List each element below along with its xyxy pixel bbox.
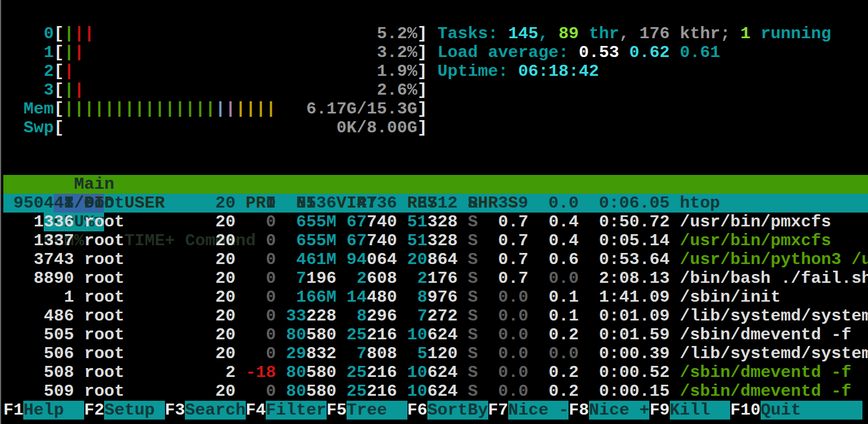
text-segment: /lib/systemd/system xyxy=(670,344,868,363)
text-segment: /usr/bin/pmxcfs xyxy=(670,213,831,231)
memory-meter: Mem[||||||||||||||||||||| 6.17G/15.3G] xyxy=(3,100,868,118)
text-segment: /bin/bash ./fail.sh xyxy=(670,269,868,288)
text-segment xyxy=(670,231,680,250)
text-segment: 8 xyxy=(337,307,367,325)
text-segment: 808 xyxy=(367,344,397,363)
text-segment: 216 xyxy=(367,382,397,401)
fkey-f9-label[interactable]: Kill xyxy=(670,401,730,420)
process-row-508[interactable]: 508 root 2 -18 80580 25216 10624 S 0.0 0… xyxy=(3,363,868,382)
fkey-f8-key[interactable]: F8 xyxy=(569,401,588,420)
fkey-f6-key[interactable]: F6 xyxy=(407,401,427,420)
cpu0-bars: || xyxy=(74,24,94,43)
text-segment: /sbin/dmeventd -f xyxy=(670,325,851,344)
fkey-f2-key[interactable]: F2 xyxy=(84,401,104,420)
fkey-f9-key[interactable]: F9 xyxy=(649,401,669,420)
text-segment: 328 xyxy=(427,231,458,250)
text-segment: 0.0 xyxy=(478,363,528,382)
text-segment: 0.2 xyxy=(528,382,578,401)
text-segment: 608 xyxy=(367,269,397,288)
text-segment: 176 xyxy=(427,269,458,288)
fkey-f10-key[interactable]: F10 xyxy=(730,401,761,420)
text-segment: 0.7 xyxy=(478,250,528,269)
table-header[interactable]: PID USER PRI NI VIRT RES SHR S CPU%▽ MEM… xyxy=(3,175,868,194)
text-segment: 67 xyxy=(337,213,367,231)
text-segment: ] xyxy=(417,81,427,100)
text-segment: ] xyxy=(417,24,427,43)
fkey-f1-key[interactable]: F1 xyxy=(3,401,23,420)
fkey-f6-label[interactable]: SortBy xyxy=(427,401,488,420)
process-row-3743[interactable]: 3743 root 20 0 461M 94064 20864 S 0.7 0.… xyxy=(3,250,868,269)
text-segment: 8 xyxy=(397,288,427,307)
text-segment: 506 root 20 xyxy=(3,344,235,363)
text-segment: [ xyxy=(54,81,64,100)
text-segment: 29 xyxy=(276,344,306,363)
text-segment: 14 xyxy=(337,288,367,307)
fkey-f5-label[interactable]: Tree xyxy=(347,401,407,420)
text-segment: 505 root 20 xyxy=(3,325,235,344)
text-segment: 216 xyxy=(367,363,397,382)
text-segment: /lib/systemd/system xyxy=(670,307,868,325)
text-segment: 296 xyxy=(367,307,397,325)
text-segment: 10 xyxy=(397,325,427,344)
text-segment: 0.4 xyxy=(528,213,578,231)
tab-main[interactable]: Main xyxy=(64,175,124,194)
mem-cache-bars: |||| xyxy=(236,100,276,118)
process-row-486[interactable]: 486 root 20 0 33228 8296 7272 S 0.0 0.1 … xyxy=(3,307,868,325)
fkey-f3-label[interactable]: Search xyxy=(185,401,245,420)
text-segment: 0:01.59 xyxy=(579,325,670,344)
text-segment: 0.0 xyxy=(478,382,528,401)
text-segment: 0.0 xyxy=(478,307,528,325)
text-segment: 0 xyxy=(235,250,276,269)
process-row-505[interactable]: 505 root 20 0 80580 25216 10624 S 0.0 0.… xyxy=(3,325,868,344)
fkey-f7-key[interactable]: F7 xyxy=(488,401,508,420)
fkey-f2-label[interactable]: Setup xyxy=(104,401,164,420)
text-segment xyxy=(619,43,629,62)
process-row-1337[interactable]: 1337 root 20 0 655M 67740 51328 S 0.7 0.… xyxy=(3,231,868,250)
cpu3-bars: | xyxy=(74,81,84,100)
process-row-509[interactable]: 509 root 20 0 80580 25216 10624 S 0.0 0.… xyxy=(3,382,868,401)
process-row-950448[interactable]: 950448 root 20 0 8536 4736 3712 R 3.9 0.… xyxy=(3,194,868,213)
mem-value: 6.17G/15.3G xyxy=(276,100,417,118)
task-count: 145 xyxy=(508,24,539,43)
process-row-506[interactable]: 506 root 20 0 29832 7808 5120 S 0.0 0.0 … xyxy=(3,344,868,363)
text-segment: 272 xyxy=(427,307,458,325)
text-segment: [ xyxy=(54,62,64,81)
text-segment: -18 xyxy=(235,363,276,382)
text-segment: ] xyxy=(417,43,427,62)
fkey-f8-label[interactable]: Nice + xyxy=(589,401,649,420)
fkey-f3-key[interactable]: F3 xyxy=(165,401,185,420)
fkey-f7-label[interactable]: Nice - xyxy=(508,401,569,420)
text-segment: S xyxy=(458,288,478,307)
summary-panel: Tasks: 145, 89 thr, 176 kthr; 1 runningL… xyxy=(437,24,831,81)
process-row-8890[interactable]: 8890 root 20 0 7196 2608 2176 S 0.7 0.0 … xyxy=(3,269,868,288)
text-segment: 80 xyxy=(276,382,306,401)
text-segment: S xyxy=(458,231,478,250)
process-row-1336[interactable]: 1336 root 20 0 655M 67740 51328 S 0.7 0.… xyxy=(3,213,868,231)
fkey-f1-label[interactable]: Help xyxy=(23,401,84,420)
process-row-1[interactable]: 1 root 20 0 166M 14480 8976 S 0.0 0.1 1:… xyxy=(3,288,868,307)
text-segment: S xyxy=(458,344,478,363)
fkey-f4-label[interactable]: Filter xyxy=(266,401,326,420)
text-segment: 80 xyxy=(276,325,306,344)
text-segment: 486 root 20 xyxy=(3,307,235,325)
text-segment: 51 xyxy=(397,213,427,231)
text-segment: 120 xyxy=(427,344,458,363)
text-segment: thr xyxy=(579,24,619,43)
cpu-meter-3: 3[|| 2.6%] xyxy=(3,81,868,100)
cpu2-bars: | xyxy=(64,62,74,81)
text-segment: /sbin/dmeventd -f xyxy=(680,363,851,382)
text-segment: 2:08.13 xyxy=(579,269,670,288)
text-segment: [ xyxy=(54,24,64,43)
tasks-summary: Tasks: 145, 89 thr, 176 kthr; 1 running xyxy=(437,24,831,43)
fkey-f4-key[interactable]: F4 xyxy=(246,401,266,420)
text-segment: [ xyxy=(54,118,64,137)
text-segment xyxy=(670,43,680,62)
fkey-f5-key[interactable]: F5 xyxy=(327,401,347,420)
running-count: 1 xyxy=(740,24,750,43)
text-segment: 0.2 xyxy=(528,363,578,382)
load-1min: 0.53 xyxy=(579,43,619,62)
text-segment: 25 xyxy=(337,382,367,401)
fkey-f10-label[interactable]: Quit xyxy=(761,401,862,420)
text-segment: 2 xyxy=(397,269,427,288)
text-segment: 0:00.52 xyxy=(579,363,670,382)
